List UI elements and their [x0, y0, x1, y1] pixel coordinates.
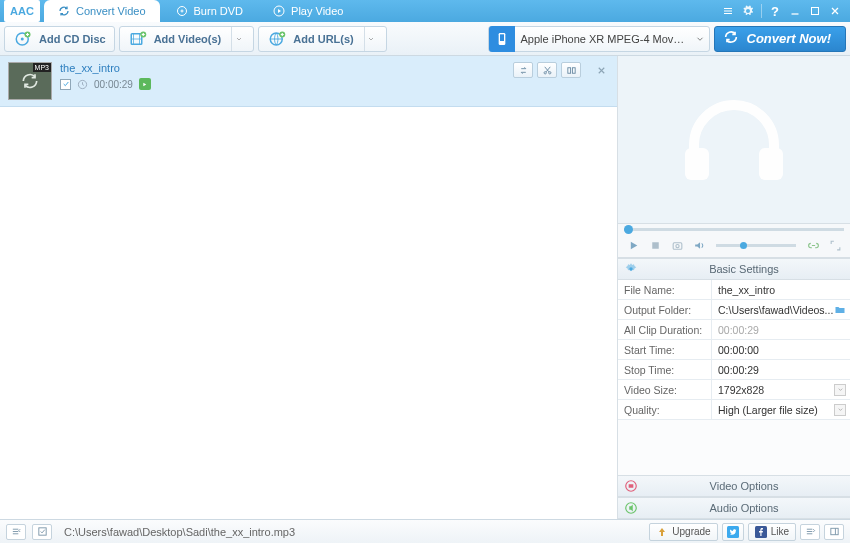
- disc-icon: [176, 5, 188, 17]
- video-options-icon: [624, 479, 638, 493]
- panel-toggle-left-icon[interactable]: [800, 524, 820, 540]
- setting-label: Stop Time:: [618, 360, 712, 379]
- button-label: Like: [771, 526, 789, 537]
- button-label: Add CD Disc: [39, 33, 106, 45]
- facebook-like-button[interactable]: Like: [748, 523, 796, 541]
- setting-label: File Name:: [618, 280, 712, 299]
- button-label: Add URL(s): [293, 33, 354, 45]
- button-label: Add Video(s): [154, 33, 222, 45]
- convert-now-button[interactable]: Convert Now!: [714, 26, 847, 52]
- play-icon: [273, 5, 285, 17]
- swap-icon[interactable]: [513, 62, 533, 78]
- tab-play-video[interactable]: Play Video: [259, 0, 357, 22]
- seek-bar[interactable]: [618, 224, 850, 234]
- add-cd-disc-button[interactable]: Add CD Disc: [4, 26, 115, 52]
- add-urls-button[interactable]: Add URL(s): [258, 26, 387, 52]
- preview-play-button[interactable]: [139, 78, 151, 90]
- chevron-down-icon[interactable]: [834, 404, 846, 416]
- setting-label: Output Folder:: [618, 300, 712, 319]
- svg-rect-12: [500, 34, 504, 41]
- file-tool-buttons: [513, 62, 609, 100]
- section-title: Video Options: [644, 480, 844, 492]
- tab-burn-dvd[interactable]: Burn DVD: [162, 0, 258, 22]
- audio-options-header[interactable]: Audio Options: [618, 497, 850, 519]
- quality-select[interactable]: High (Larger file size): [712, 400, 850, 419]
- section-title: Basic Settings: [644, 263, 844, 275]
- tab-label: Convert Video: [76, 5, 146, 17]
- minimize-button[interactable]: [786, 3, 804, 19]
- menu-icon[interactable]: [719, 3, 737, 19]
- link-icon[interactable]: [804, 238, 822, 254]
- snapshot-button[interactable]: [668, 238, 686, 254]
- button-label: Upgrade: [672, 526, 710, 537]
- svg-point-0: [177, 7, 186, 16]
- svg-rect-25: [629, 484, 634, 488]
- setting-label: Video Size:: [618, 380, 712, 399]
- upgrade-button[interactable]: Upgrade: [649, 523, 717, 541]
- chevron-down-icon[interactable]: [231, 27, 245, 51]
- file-thumbnail: MP3: [8, 62, 52, 100]
- twitter-button[interactable]: [722, 523, 744, 541]
- svg-rect-18: [685, 148, 709, 180]
- audio-options-icon: [624, 501, 638, 515]
- svg-point-5: [21, 37, 24, 40]
- playlist-toggle-icon[interactable]: [6, 524, 26, 540]
- disc-add-icon: [13, 29, 33, 49]
- button-label: Convert Now!: [747, 31, 832, 46]
- app-logo: AAC: [4, 0, 40, 22]
- video-size-select[interactable]: 1792x828: [712, 380, 850, 399]
- chevron-down-icon[interactable]: [834, 384, 846, 396]
- svg-rect-21: [673, 243, 682, 250]
- basic-settings-header[interactable]: Basic Settings: [618, 258, 850, 280]
- help-icon[interactable]: ?: [766, 3, 784, 19]
- tab-label: Play Video: [291, 5, 343, 17]
- svg-rect-20: [652, 242, 659, 249]
- file-name-value[interactable]: the_xx_intro: [712, 280, 850, 299]
- cut-icon[interactable]: [537, 62, 557, 78]
- edit-icon[interactable]: [561, 62, 581, 78]
- file-checkbox[interactable]: [60, 79, 71, 90]
- seek-handle[interactable]: [624, 225, 633, 234]
- setting-label: Start Time:: [618, 340, 712, 359]
- check-all-icon[interactable]: [32, 524, 52, 540]
- profile-text: Apple iPhone XR MPEG-4 Movie (*.m...: [515, 33, 691, 45]
- panel-toggle-right-icon[interactable]: [824, 524, 844, 540]
- svg-rect-27: [38, 528, 45, 535]
- volume-handle[interactable]: [740, 242, 747, 249]
- window-controls: ?: [719, 3, 850, 19]
- tab-convert-video[interactable]: Convert Video: [44, 0, 160, 22]
- file-list-panel: MP3 the_xx_intro 00:00:29: [0, 56, 618, 519]
- remove-file-button[interactable]: [593, 62, 609, 78]
- stop-time-value[interactable]: 00:00:29: [712, 360, 850, 379]
- output-folder-value[interactable]: C:\Users\fawad\Videos...: [712, 300, 850, 319]
- svg-point-22: [675, 244, 678, 247]
- maximize-button[interactable]: [806, 3, 824, 19]
- audio-cycle-icon: [20, 71, 40, 91]
- start-time-value[interactable]: 00:00:00: [712, 340, 850, 359]
- svg-rect-19: [759, 148, 783, 180]
- svg-rect-3: [812, 8, 819, 15]
- toolbar: Add CD Disc Add Video(s) Add URL(s) Appl…: [0, 22, 850, 56]
- clock-icon: [77, 79, 88, 90]
- all-clip-duration-value: 00:00:29: [712, 320, 850, 339]
- video-options-header[interactable]: Video Options: [618, 475, 850, 497]
- basic-settings: File Name:the_xx_intro Output Folder:C:\…: [618, 280, 850, 420]
- stop-button[interactable]: [646, 238, 664, 254]
- twitter-icon: [727, 526, 739, 538]
- file-list: MP3 the_xx_intro 00:00:29: [0, 56, 617, 519]
- play-button[interactable]: [624, 238, 642, 254]
- close-button[interactable]: [826, 3, 844, 19]
- volume-slider[interactable]: [716, 244, 796, 247]
- chevron-down-icon[interactable]: [364, 27, 378, 51]
- status-bar: C:\Users\fawad\Desktop\Sadi\the_xx_intro…: [0, 519, 850, 543]
- expand-icon[interactable]: [826, 238, 844, 254]
- file-row[interactable]: MP3 the_xx_intro 00:00:29: [0, 56, 617, 107]
- volume-icon[interactable]: [690, 238, 708, 254]
- main-area: MP3 the_xx_intro 00:00:29: [0, 56, 850, 519]
- add-videos-button[interactable]: Add Video(s): [119, 26, 255, 52]
- gear-icon[interactable]: [739, 3, 757, 19]
- folder-icon[interactable]: [834, 304, 846, 316]
- chevron-down-icon[interactable]: [691, 34, 709, 44]
- file-name: the_xx_intro: [60, 62, 505, 74]
- output-profile-select[interactable]: Apple iPhone XR MPEG-4 Movie (*.m...: [488, 26, 710, 52]
